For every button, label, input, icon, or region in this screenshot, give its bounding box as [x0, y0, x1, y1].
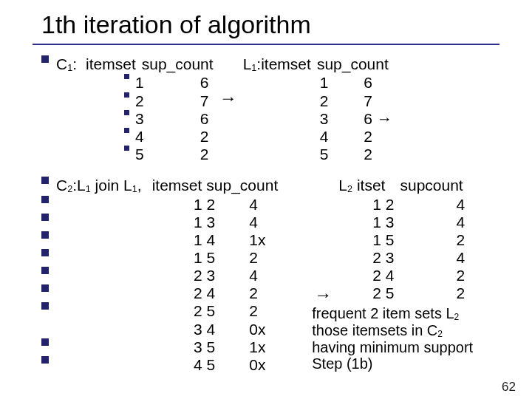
- arrow-icon: →: [377, 110, 392, 128]
- l1-row: 27: [243, 92, 392, 110]
- title-rule: [33, 44, 499, 45]
- l2-row: 1 34: [312, 214, 473, 231]
- c1-row: 52: [41, 146, 214, 163]
- c2-header-line: C2:L1 join L1, itemset sup_count: [41, 177, 278, 194]
- arrow-icon: →: [312, 284, 334, 305]
- c1-row: 16: [41, 74, 214, 92]
- note-line: having minimum support: [312, 339, 473, 355]
- c2-row: 2 34: [41, 267, 278, 284]
- l2-row: 1 52: [312, 231, 473, 249]
- l2-itset-header: itset: [357, 177, 386, 194]
- c1-row: 27: [41, 92, 214, 110]
- l2-sup-header: supcount: [400, 177, 463, 194]
- content-area: C1: itemset sup_count 16 27 36 42 52 →: [41, 55, 532, 374]
- c2-l2-block: C2:L1 join L1, itemset sup_count 1 24 1 …: [41, 177, 532, 374]
- slide-number: 62: [502, 380, 516, 395]
- l1-row: 42: [243, 128, 392, 146]
- c2-row: 4 50x: [41, 356, 278, 374]
- bullet-icon: [124, 146, 129, 151]
- c1-row: 42: [41, 128, 214, 146]
- c2-row: 2 52: [41, 302, 278, 320]
- c2-row: 3 51x: [41, 338, 278, 356]
- bullet-icon: [41, 231, 49, 239]
- l1-row: 36→: [243, 110, 392, 128]
- c1-sup-header: sup_count: [142, 55, 214, 73]
- c2-row: 1 41x: [41, 231, 278, 249]
- c2-row: 2 42: [41, 284, 278, 302]
- slide: 1th iteration of algorithm C1: itemset s…: [0, 10, 532, 399]
- note-line: those itemsets in C2: [312, 322, 473, 339]
- slide-title: 1th iteration of algorithm: [41, 10, 532, 39]
- notes: frequent 2 item sets L2 those itemsets i…: [312, 305, 473, 372]
- bullet-icon: [41, 302, 49, 310]
- l1-row: 16: [243, 74, 392, 92]
- bullet-icon: [124, 92, 129, 98]
- bullet-icon: [41, 356, 49, 364]
- bullet-icon: [41, 214, 49, 221]
- c2-label: C2:L1 join L1,: [56, 177, 142, 194]
- l2-row: 1 24: [312, 196, 473, 214]
- l1-itemset-header: itemset: [261, 55, 311, 73]
- l1-header-line: L1: itemset sup_count: [243, 55, 392, 73]
- bullet-icon: [41, 196, 49, 203]
- c1-header-line: C1: itemset sup_count: [41, 55, 214, 73]
- bullet-icon: [41, 338, 49, 346]
- bullet-icon: [124, 74, 129, 79]
- bullet-icon: [124, 128, 129, 133]
- bullet-icon: [124, 110, 129, 115]
- l2-header-line: L2 itset supcount: [312, 177, 473, 194]
- arrow-icon: →: [214, 55, 243, 109]
- c1-row: 36: [41, 110, 214, 128]
- c1-itemset-header: itemset: [86, 55, 136, 73]
- bullet-icon: [41, 177, 49, 184]
- c2-row: 3 40x: [41, 321, 278, 338]
- c2-row: 1 34: [41, 214, 278, 231]
- bullet-icon: [41, 284, 49, 292]
- bullet-icon: [41, 249, 49, 256]
- l2-row: 2 34: [312, 249, 473, 267]
- l2-label: L2: [338, 177, 352, 194]
- l1-label: L1:: [243, 55, 262, 73]
- l2-row: 2 42: [312, 267, 473, 284]
- c2-itemset-header: itemset: [152, 177, 202, 194]
- l1-row: 52: [243, 146, 392, 163]
- note-line: Step (1b): [312, 355, 473, 372]
- bullet-icon: [41, 55, 49, 63]
- c2-sup-header: sup_count: [206, 177, 278, 194]
- bullet-icon: [41, 267, 49, 274]
- l2-row: →2 52: [312, 284, 473, 305]
- c2-row: 1 52: [41, 249, 278, 267]
- c1-l1-block: C1: itemset sup_count 16 27 36 42 52 →: [41, 55, 532, 163]
- c2-row: 1 24: [41, 196, 278, 214]
- c1-label: C1:: [56, 55, 77, 73]
- l1-sup-header: sup_count: [317, 55, 389, 73]
- note-line: frequent 2 item sets L2: [312, 305, 473, 322]
